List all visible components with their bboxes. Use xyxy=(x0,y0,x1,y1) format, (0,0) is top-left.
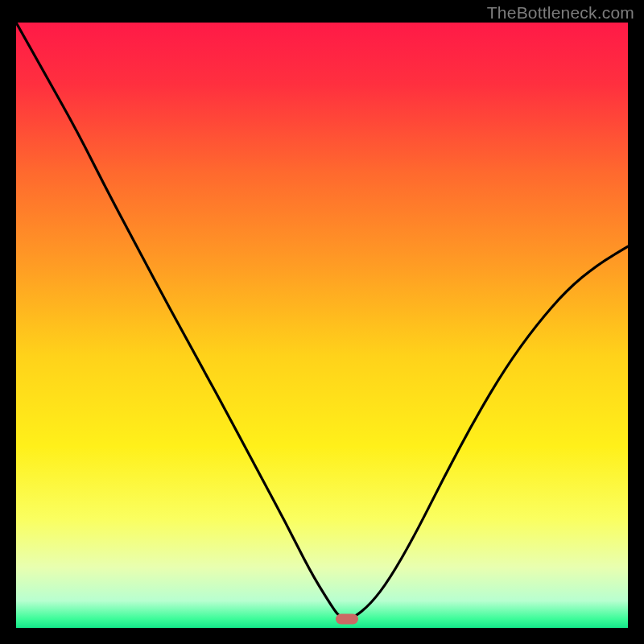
curve xyxy=(16,23,628,628)
chart-frame: TheBottleneck.com xyxy=(0,0,644,644)
plot-area xyxy=(16,23,628,628)
watermark-text: TheBottleneck.com xyxy=(487,3,634,23)
minimum-marker xyxy=(336,613,358,624)
